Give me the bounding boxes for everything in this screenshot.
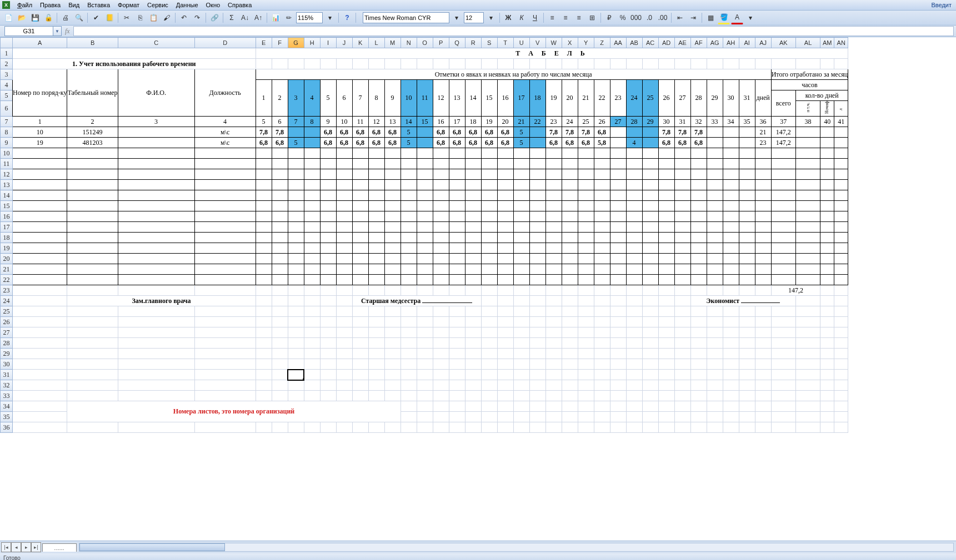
cell[interactable] bbox=[336, 327, 352, 338]
section-title[interactable]: 1. Учет использования рабочего времени bbox=[13, 59, 256, 69]
col-header[interactable]: O bbox=[417, 38, 433, 48]
cell[interactable] bbox=[594, 422, 610, 433]
cell[interactable] bbox=[545, 296, 562, 306]
cell[interactable] bbox=[626, 349, 642, 359]
cell[interactable] bbox=[834, 59, 848, 69]
cell[interactable] bbox=[674, 359, 690, 370]
cell[interactable] bbox=[194, 306, 256, 317]
cell[interactable] bbox=[529, 306, 545, 317]
cell[interactable] bbox=[256, 169, 272, 180]
cell[interactable] bbox=[288, 285, 304, 296]
row-header[interactable]: 14 bbox=[1, 190, 13, 201]
cell[interactable] bbox=[658, 412, 674, 422]
cell[interactable] bbox=[513, 296, 529, 306]
cell[interactable] bbox=[562, 359, 578, 370]
cell[interactable] bbox=[352, 59, 368, 69]
cell[interactable] bbox=[320, 349, 336, 359]
toolbar-options-icon[interactable]: ▾ bbox=[744, 12, 757, 24]
cell[interactable] bbox=[481, 285, 497, 296]
cell[interactable]: 7,8 bbox=[690, 127, 707, 138]
cell[interactable] bbox=[272, 391, 288, 401]
cell[interactable] bbox=[642, 306, 658, 317]
cell[interactable] bbox=[481, 243, 497, 254]
cell[interactable]: 6,8 bbox=[272, 138, 288, 148]
cell[interactable] bbox=[690, 412, 707, 422]
cell[interactable] bbox=[368, 327, 384, 338]
cell[interactable] bbox=[449, 317, 465, 327]
cell[interactable] bbox=[642, 180, 658, 190]
col-header[interactable]: X bbox=[562, 38, 578, 48]
cell[interactable] bbox=[795, 180, 820, 190]
cell[interactable] bbox=[449, 327, 465, 338]
cell[interactable] bbox=[594, 359, 610, 370]
cell[interactable] bbox=[755, 159, 771, 169]
cell[interactable] bbox=[690, 401, 707, 412]
cell[interactable] bbox=[465, 222, 481, 233]
cell[interactable] bbox=[288, 222, 304, 233]
cell[interactable] bbox=[545, 159, 562, 169]
cell[interactable]: 6,8 bbox=[384, 138, 401, 148]
cell[interactable] bbox=[594, 296, 610, 306]
cell[interactable] bbox=[384, 306, 401, 317]
cell[interactable] bbox=[336, 243, 352, 254]
row-header[interactable]: 1 bbox=[1, 48, 13, 59]
cell[interactable] bbox=[433, 275, 449, 285]
cell[interactable] bbox=[690, 169, 707, 180]
name-box-dropdown-icon[interactable]: ▼ bbox=[53, 26, 62, 36]
row-header[interactable]: 9 bbox=[1, 138, 13, 148]
cell[interactable] bbox=[594, 233, 610, 243]
cell[interactable] bbox=[417, 412, 433, 422]
cell[interactable] bbox=[194, 233, 256, 243]
cell[interactable] bbox=[320, 233, 336, 243]
font-combo[interactable] bbox=[363, 12, 449, 23]
cell[interactable] bbox=[336, 359, 352, 370]
cell[interactable] bbox=[707, 201, 723, 211]
cell[interactable] bbox=[723, 306, 739, 317]
cell[interactable] bbox=[288, 306, 304, 317]
cell[interactable] bbox=[304, 391, 320, 401]
cell[interactable] bbox=[739, 159, 755, 169]
cell[interactable] bbox=[562, 338, 578, 349]
cell[interactable] bbox=[401, 422, 417, 433]
cell[interactable] bbox=[368, 285, 384, 296]
cell[interactable] bbox=[336, 211, 352, 222]
sig2[interactable]: Старшая медсестра bbox=[352, 296, 481, 306]
cell[interactable] bbox=[674, 401, 690, 412]
cell[interactable] bbox=[578, 296, 594, 306]
cell[interactable] bbox=[755, 359, 771, 370]
save-icon[interactable]: 💾 bbox=[29, 12, 41, 24]
cell[interactable] bbox=[433, 317, 449, 327]
cell[interactable]: 6,8 bbox=[352, 138, 368, 148]
cell[interactable] bbox=[433, 264, 449, 275]
cell[interactable] bbox=[481, 391, 497, 401]
cell[interactable] bbox=[417, 59, 433, 69]
cell[interactable] bbox=[642, 159, 658, 169]
cell[interactable] bbox=[513, 370, 529, 380]
cell[interactable] bbox=[497, 285, 513, 296]
cell[interactable] bbox=[304, 306, 320, 317]
cell[interactable] bbox=[67, 169, 118, 180]
cell[interactable] bbox=[690, 370, 707, 380]
cell[interactable] bbox=[194, 338, 256, 349]
cell[interactable] bbox=[497, 275, 513, 285]
cell[interactable] bbox=[795, 243, 820, 254]
drawing-icon[interactable]: ✏ bbox=[283, 12, 295, 24]
cell[interactable] bbox=[690, 317, 707, 327]
cell[interactable] bbox=[481, 169, 497, 180]
cell[interactable] bbox=[320, 180, 336, 190]
cell[interactable] bbox=[304, 254, 320, 264]
col-header[interactable]: D bbox=[194, 38, 256, 48]
open-icon[interactable]: 📂 bbox=[16, 12, 28, 24]
cell[interactable] bbox=[433, 254, 449, 264]
cell[interactable] bbox=[545, 285, 562, 296]
cell[interactable] bbox=[707, 370, 723, 380]
col-header[interactable]: AH bbox=[723, 38, 739, 48]
cell[interactable] bbox=[449, 222, 465, 233]
cell[interactable] bbox=[658, 254, 674, 264]
cell[interactable] bbox=[642, 243, 658, 254]
cell[interactable] bbox=[13, 380, 67, 391]
sig3[interactable]: Экономист bbox=[690, 296, 795, 306]
horizontal-scrollbar[interactable] bbox=[79, 543, 954, 552]
cell[interactable]: 7,8 bbox=[272, 127, 288, 138]
cell[interactable] bbox=[795, 391, 820, 401]
